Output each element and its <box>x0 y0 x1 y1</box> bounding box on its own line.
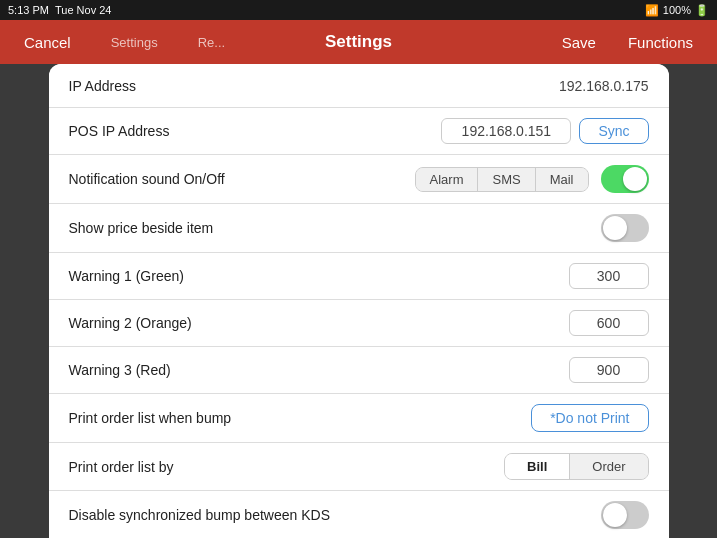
warning1-value[interactable]: 300 <box>569 263 649 289</box>
ip-address-label: IP Address <box>69 78 136 94</box>
print-order-bump-label: Print order list when bump <box>69 410 232 426</box>
disable-sync-bump-label: Disable synchronized bump between KDS <box>69 507 330 523</box>
disable-sync-bump-toggle[interactable] <box>601 501 649 529</box>
print-order-by-segment: Bill Order <box>504 453 648 480</box>
seg-mail[interactable]: Mail <box>536 168 588 191</box>
battery-icon: 🔋 <box>695 4 709 17</box>
save-button[interactable]: Save <box>554 30 604 55</box>
nav-settings-link[interactable]: Settings <box>103 31 166 54</box>
do-not-print-button[interactable]: *Do not Print <box>531 404 648 432</box>
show-price-label: Show price beside item <box>69 220 214 236</box>
nav-reports-link[interactable]: Re... <box>190 31 233 54</box>
warning1-label: Warning 1 (Green) <box>69 268 184 284</box>
notification-toggle[interactable] <box>601 165 649 193</box>
warning3-label: Warning 3 (Red) <box>69 362 171 378</box>
warning2-row: Warning 2 (Orange) 600 <box>49 300 669 347</box>
cancel-button[interactable]: Cancel <box>16 30 79 55</box>
status-left: 5:13 PM Tue Nov 24 <box>8 4 111 16</box>
seg-alarm[interactable]: Alarm <box>416 168 479 191</box>
show-price-toggle[interactable] <box>601 214 649 242</box>
warning3-value[interactable]: 900 <box>569 357 649 383</box>
pos-ip-label: POS IP Address <box>69 123 170 139</box>
warning1-row: Warning 1 (Green) 300 <box>49 253 669 300</box>
nav-left: Cancel Settings Re... <box>16 30 233 55</box>
print-order-bump-row: Print order list when bump *Do not Print <box>49 394 669 443</box>
warning2-label: Warning 2 (Orange) <box>69 315 192 331</box>
settings-list: IP Address 192.168.0.175 POS IP Address … <box>49 64 669 538</box>
print-order-by-row: Print order list by Bill Order <box>49 443 669 491</box>
status-time: 5:13 PM <box>8 4 49 16</box>
status-bar: 5:13 PM Tue Nov 24 📶 100% 🔋 <box>0 0 717 20</box>
ip-address-value: 192.168.0.175 <box>559 78 649 94</box>
warning3-row: Warning 3 (Red) 900 <box>49 347 669 394</box>
nav-title: Settings <box>325 32 392 52</box>
notification-segment: Alarm SMS Mail <box>415 167 589 192</box>
disable-sync-bump-row: Disable synchronized bump between KDS <box>49 491 669 538</box>
warning2-value[interactable]: 600 <box>569 310 649 336</box>
pos-ip-row: POS IP Address Sync <box>49 108 669 155</box>
status-date: Tue Nov 24 <box>55 4 111 16</box>
nav-right: Save Functions <box>554 30 701 55</box>
seg-sms[interactable]: SMS <box>478 168 535 191</box>
wifi-icon: 📶 <box>645 4 659 17</box>
nav-bar: Cancel Settings Re... Settings Save Func… <box>0 20 717 64</box>
functions-button[interactable]: Functions <box>620 30 701 55</box>
show-price-row: Show price beside item <box>49 204 669 253</box>
notification-sound-controls: Alarm SMS Mail <box>415 165 649 193</box>
sync-button[interactable]: Sync <box>579 118 648 144</box>
notification-sound-label: Notification sound On/Off <box>69 171 225 187</box>
status-right: 📶 100% 🔋 <box>645 4 709 17</box>
notification-sound-row: Notification sound On/Off Alarm SMS Mail <box>49 155 669 204</box>
seg-order[interactable]: Order <box>570 454 647 479</box>
battery-label: 100% <box>663 4 691 16</box>
print-order-by-label: Print order list by <box>69 459 174 475</box>
settings-panel: IP Address 192.168.0.175 POS IP Address … <box>49 64 669 538</box>
pos-ip-right: Sync <box>441 118 648 144</box>
ip-address-row: IP Address 192.168.0.175 <box>49 64 669 108</box>
pos-ip-input[interactable] <box>441 118 571 144</box>
seg-bill[interactable]: Bill <box>505 454 570 479</box>
